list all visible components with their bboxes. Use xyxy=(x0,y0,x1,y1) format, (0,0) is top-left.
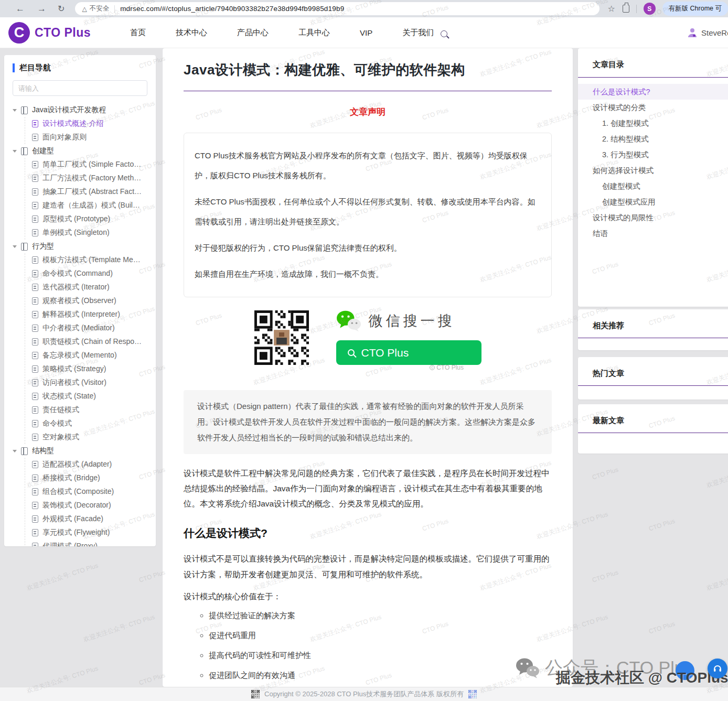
toc-item[interactable]: 创建型模式 xyxy=(578,178,728,194)
support-button[interactable] xyxy=(708,659,727,678)
divider xyxy=(578,77,728,78)
image-watermark: © CTO Plus xyxy=(430,364,464,371)
tree-item[interactable]: 策略模式 (Strategy) xyxy=(32,362,152,376)
back-icon[interactable]: ← xyxy=(16,4,25,13)
nav-item-关于我们[interactable]: 关于我们 xyxy=(402,28,434,38)
browser-profile-avatar[interactable]: S xyxy=(644,3,656,15)
copyright-text: Copyright © 2025-2028 CTO Plus技术服务团队产品体系… xyxy=(264,689,464,699)
wechat-search-button[interactable]: CTO Plus xyxy=(336,340,481,365)
tree-children: 设计模式概述·介绍面向对象原则 xyxy=(25,117,152,144)
divider xyxy=(578,338,728,338)
divider xyxy=(114,5,115,13)
tree-item-label: 职责链模式 (Chain of Respo… xyxy=(42,337,142,347)
tree-item[interactable]: 组合模式 (Composite) xyxy=(32,485,152,499)
declaration-paragraph: 未经CTO Plus书面授权，任何单位或个人不得以任何形式复制、转载、修改或使用… xyxy=(195,192,541,232)
nav-item-技术中心[interactable]: 技术中心 xyxy=(176,28,207,38)
tree-item[interactable]: 桥接模式 (Bridge) xyxy=(32,471,152,485)
tree-item[interactable]: 职责链模式 (Chain of Respo… xyxy=(32,335,152,349)
user-menu[interactable]: SteveRoc xyxy=(687,17,728,48)
tree-item[interactable]: 模板方法模式 (Template Me… xyxy=(32,253,152,267)
tree-children: 简单工厂模式 (Simple Facto…工厂方法模式 (Factory Met… xyxy=(25,158,152,240)
nav-item-VIP[interactable]: VIP xyxy=(360,28,372,37)
tree-item-label: 享元模式 (Flyweight) xyxy=(42,528,110,537)
chrome-update-chip[interactable]: 有新版 Chrome 可 xyxy=(662,2,728,16)
tree-item-label: 设计模式概述·介绍 xyxy=(42,119,104,128)
reload-icon[interactable]: ↻ xyxy=(58,5,65,13)
tree-category[interactable]: Java设计模式开发教程 xyxy=(10,103,152,117)
bookmark-star-icon[interactable]: ☆ xyxy=(608,5,615,13)
toc-item[interactable]: 结语 xyxy=(578,225,728,241)
tree-item[interactable]: 简单工厂模式 (Simple Facto… xyxy=(32,158,152,171)
extensions-icon[interactable] xyxy=(623,5,629,13)
watermark-text: CTO Plus xyxy=(138,568,166,584)
book-icon xyxy=(21,243,28,251)
tree-item[interactable]: 中介者模式 (Mediator) xyxy=(32,321,152,335)
side-card-title: 热门文章 xyxy=(578,369,728,379)
tree-item[interactable]: 迭代器模式 (Iterator) xyxy=(32,281,152,294)
forward-icon[interactable]: → xyxy=(37,4,46,13)
tree-item[interactable]: 适配器模式 (Adapter) xyxy=(32,458,152,471)
book-icon xyxy=(21,106,28,114)
tree-item[interactable]: 面向对象原则 xyxy=(32,131,152,144)
nav-item-首页[interactable]: 首页 xyxy=(130,28,146,38)
toc-item[interactable]: 3. 行为型模式 xyxy=(578,147,728,163)
nav-item-工具中心[interactable]: 工具中心 xyxy=(298,28,330,38)
tree-item-label: 抽象工厂模式 (Abstract Fact… xyxy=(42,187,142,197)
site-logo[interactable]: C CTO Plus xyxy=(8,22,91,44)
document-icon xyxy=(32,474,38,482)
tree-item[interactable]: 抽象工厂模式 (Abstract Fact… xyxy=(32,185,152,199)
watermark-text: 欢迎关注公众号: CTO Plus xyxy=(705,458,728,490)
tree-item[interactable]: 单例模式 (Singleton) xyxy=(32,226,152,240)
sidebar-search-input[interactable] xyxy=(13,80,147,96)
document-icon xyxy=(32,365,38,373)
logo-dot-icon: © xyxy=(430,365,435,370)
tree-item[interactable]: 责任链模式 xyxy=(32,403,152,417)
tree-item[interactable]: 空对象模式 xyxy=(32,430,152,444)
tree-item-label: 观察者模式 (Observer) xyxy=(42,296,116,306)
tree-item[interactable]: 原型模式 (Prototype) xyxy=(32,212,152,226)
toc-item[interactable]: 设计模式的局限性 xyxy=(578,210,728,225)
document-icon xyxy=(32,406,38,414)
site-footer: Copyright © 2025-2028 CTO Plus技术服务团队产品体系… xyxy=(0,687,728,701)
tree-item[interactable]: 命令模式 (Command) xyxy=(32,267,152,281)
tree-item[interactable]: 备忘录模式 (Memento) xyxy=(32,349,152,362)
tree-category-label: Java设计模式开发教程 xyxy=(32,105,106,115)
tree-item[interactable]: 代理模式 (Proxy) xyxy=(32,540,152,546)
tree-item[interactable]: 外观模式 (Facade) xyxy=(32,512,152,526)
watermark-text: 欢迎关注公众号: CTO Plus xyxy=(26,561,100,592)
tree-category[interactable]: 结构型 xyxy=(10,444,152,458)
toc-item[interactable]: 2. 结构型模式 xyxy=(578,131,728,147)
tree-item[interactable]: 工厂方法模式 (Factory Meth… xyxy=(32,171,152,185)
wechat-icon xyxy=(336,310,361,332)
tree-item[interactable]: 装饰模式 (Decorator) xyxy=(32,499,152,512)
search-icon[interactable] xyxy=(441,30,447,37)
nav-item-产品中心[interactable]: 产品中心 xyxy=(237,28,269,38)
tree-item[interactable]: 建造者（生成器）模式 (Buil… xyxy=(32,199,152,212)
document-icon xyxy=(32,215,38,223)
tree-item-label: 适配器模式 (Adapter) xyxy=(42,460,112,469)
side-card-title: 相关推荐 xyxy=(578,321,728,331)
tree-item[interactable]: 享元模式 (Flyweight) xyxy=(32,526,152,540)
tree-item[interactable]: 观察者模式 (Observer) xyxy=(32,294,152,308)
title-divider xyxy=(184,91,552,91)
tree-category[interactable]: 创建型 xyxy=(10,144,152,158)
declaration-paragraph: CTO Plus技术服务栈官方网站及小程序发布的所有文章（包括文字、图片、视频等… xyxy=(195,146,541,186)
tree-item-label: 备忘录模式 (Memento) xyxy=(42,351,117,360)
tree-category[interactable]: 行为型 xyxy=(10,240,152,253)
tree-item[interactable]: 状态模式 (State) xyxy=(32,390,152,403)
toc-title: 文章目录 xyxy=(578,60,728,70)
tree-item[interactable]: 命令模式 xyxy=(32,417,152,430)
tree-item[interactable]: 设计模式概述·介绍 xyxy=(32,117,152,131)
toc-item[interactable]: 设计模式的分类 xyxy=(578,100,728,115)
tree-item-label: 中介者模式 (Mediator) xyxy=(42,323,115,333)
chevron-down-icon xyxy=(13,245,17,248)
tree-item[interactable]: 解释器模式 (Interpreter) xyxy=(32,308,152,321)
toc-item[interactable]: 什么是设计模式? xyxy=(578,84,728,100)
toc-item[interactable]: 如何选择设计模式 xyxy=(578,163,728,178)
address-bar[interactable]: △ 不安全 mdrsec.com/#/ctoplus_article/7940b… xyxy=(75,2,599,15)
toc-item[interactable]: 创建型模式应用 xyxy=(578,194,728,210)
document-icon xyxy=(32,120,38,127)
tree-item[interactable]: 访问者模式 (Visitor) xyxy=(32,376,152,390)
toc-item[interactable]: 1. 创建型模式 xyxy=(578,115,728,131)
footer-qr-icon xyxy=(251,690,260,698)
